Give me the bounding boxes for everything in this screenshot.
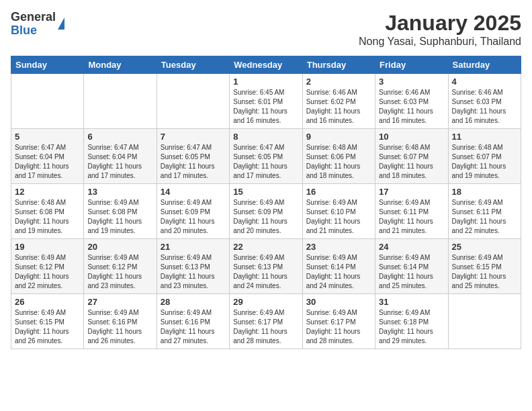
day-number: 27 — [87, 297, 152, 307]
day-info: Sunrise: 6:46 AMSunset: 6:03 PMDaylight:… — [452, 88, 517, 126]
day-number: 25 — [452, 242, 517, 252]
day-info: Sunrise: 6:49 AMSunset: 6:13 PMDaylight:… — [233, 253, 298, 291]
calendar-week-5: 26Sunrise: 6:49 AMSunset: 6:15 PMDayligh… — [11, 294, 521, 349]
day-info: Sunrise: 6:49 AMSunset: 6:11 PMDaylight:… — [452, 198, 517, 236]
page-header: General Blue January 2025 Nong Yasai, Su… — [11, 11, 521, 48]
weekday-header-monday: Monday — [84, 56, 157, 74]
day-number: 7 — [161, 132, 226, 142]
calendar-cell: 29Sunrise: 6:49 AMSunset: 6:17 PMDayligh… — [230, 294, 302, 349]
day-info: Sunrise: 6:48 AMSunset: 6:07 PMDaylight:… — [452, 143, 517, 181]
calendar-cell: 31Sunrise: 6:49 AMSunset: 6:18 PMDayligh… — [375, 294, 448, 349]
calendar-week-1: 1Sunrise: 6:45 AMSunset: 6:01 PMDaylight… — [11, 74, 521, 129]
calendar-cell: 3Sunrise: 6:46 AMSunset: 6:03 PMDaylight… — [375, 74, 448, 129]
day-info: Sunrise: 6:49 AMSunset: 6:17 PMDaylight:… — [306, 308, 371, 346]
weekday-header-wednesday: Wednesday — [230, 56, 302, 74]
day-info: Sunrise: 6:49 AMSunset: 6:14 PMDaylight:… — [379, 253, 444, 291]
day-number: 18 — [452, 187, 517, 197]
calendar-cell — [11, 74, 84, 129]
day-number: 1 — [233, 77, 298, 87]
day-info: Sunrise: 6:49 AMSunset: 6:12 PMDaylight:… — [15, 253, 80, 291]
calendar-cell — [157, 74, 229, 129]
day-info: Sunrise: 6:49 AMSunset: 6:17 PMDaylight:… — [233, 308, 298, 346]
day-number: 13 — [87, 187, 152, 197]
calendar-cell: 26Sunrise: 6:49 AMSunset: 6:15 PMDayligh… — [11, 294, 84, 349]
calendar-week-2: 5Sunrise: 6:47 AMSunset: 6:04 PMDaylight… — [11, 129, 521, 184]
day-info: Sunrise: 6:46 AMSunset: 6:02 PMDaylight:… — [306, 88, 371, 126]
calendar-cell: 2Sunrise: 6:46 AMSunset: 6:02 PMDaylight… — [302, 74, 375, 129]
calendar-cell: 16Sunrise: 6:49 AMSunset: 6:10 PMDayligh… — [302, 184, 375, 239]
day-number: 12 — [15, 187, 80, 197]
calendar-cell: 24Sunrise: 6:49 AMSunset: 6:14 PMDayligh… — [375, 239, 448, 294]
calendar-cell: 11Sunrise: 6:48 AMSunset: 6:07 PMDayligh… — [448, 129, 521, 184]
calendar-cell: 17Sunrise: 6:49 AMSunset: 6:11 PMDayligh… — [375, 184, 448, 239]
calendar-header-row: SundayMondayTuesdayWednesdayThursdayFrid… — [11, 56, 521, 74]
calendar-cell: 19Sunrise: 6:49 AMSunset: 6:12 PMDayligh… — [11, 239, 84, 294]
day-number: 28 — [161, 297, 226, 307]
day-number: 30 — [306, 297, 371, 307]
day-number: 19 — [15, 242, 80, 252]
calendar-cell: 9Sunrise: 6:48 AMSunset: 6:06 PMDaylight… — [302, 129, 375, 184]
day-number: 11 — [452, 132, 517, 142]
calendar-cell: 1Sunrise: 6:45 AMSunset: 6:01 PMDaylight… — [230, 74, 302, 129]
calendar-cell: 14Sunrise: 6:49 AMSunset: 6:09 PMDayligh… — [157, 184, 229, 239]
day-info: Sunrise: 6:49 AMSunset: 6:18 PMDaylight:… — [379, 308, 444, 346]
day-number: 31 — [379, 297, 444, 307]
day-info: Sunrise: 6:49 AMSunset: 6:13 PMDaylight:… — [161, 253, 226, 291]
day-number: 14 — [161, 187, 226, 197]
day-info: Sunrise: 6:49 AMSunset: 6:12 PMDaylight:… — [87, 253, 152, 291]
day-info: Sunrise: 6:49 AMSunset: 6:09 PMDaylight:… — [233, 198, 298, 236]
day-info: Sunrise: 6:45 AMSunset: 6:01 PMDaylight:… — [233, 88, 298, 126]
location: Nong Yasai, Suphanburi, Thailand — [359, 36, 521, 48]
calendar-cell: 22Sunrise: 6:49 AMSunset: 6:13 PMDayligh… — [230, 239, 302, 294]
logo: General Blue — [11, 11, 64, 38]
calendar-cell — [448, 294, 521, 349]
title-block: January 2025 Nong Yasai, Suphanburi, Tha… — [359, 11, 521, 48]
day-info: Sunrise: 6:49 AMSunset: 6:16 PMDaylight:… — [87, 308, 152, 346]
day-info: Sunrise: 6:49 AMSunset: 6:10 PMDaylight:… — [306, 198, 371, 236]
day-number: 22 — [233, 242, 298, 252]
day-info: Sunrise: 6:46 AMSunset: 6:03 PMDaylight:… — [379, 88, 444, 126]
day-info: Sunrise: 6:49 AMSunset: 6:15 PMDaylight:… — [452, 253, 517, 291]
day-info: Sunrise: 6:49 AMSunset: 6:11 PMDaylight:… — [379, 198, 444, 236]
calendar-cell: 27Sunrise: 6:49 AMSunset: 6:16 PMDayligh… — [84, 294, 157, 349]
logo-blue: Blue — [11, 24, 56, 38]
day-number: 9 — [306, 132, 371, 142]
day-number: 26 — [15, 297, 80, 307]
day-number: 16 — [306, 187, 371, 197]
month-title: January 2025 — [359, 11, 521, 36]
calendar-cell: 20Sunrise: 6:49 AMSunset: 6:12 PMDayligh… — [84, 239, 157, 294]
logo-text: General Blue — [11, 11, 56, 38]
day-number: 3 — [379, 77, 444, 87]
day-info: Sunrise: 6:48 AMSunset: 6:07 PMDaylight:… — [379, 143, 444, 181]
calendar-cell — [84, 74, 157, 129]
day-number: 24 — [379, 242, 444, 252]
day-info: Sunrise: 6:49 AMSunset: 6:09 PMDaylight:… — [161, 198, 226, 236]
calendar-cell: 21Sunrise: 6:49 AMSunset: 6:13 PMDayligh… — [157, 239, 229, 294]
day-number: 15 — [233, 187, 298, 197]
calendar-cell: 7Sunrise: 6:47 AMSunset: 6:05 PMDaylight… — [157, 129, 229, 184]
day-info: Sunrise: 6:47 AMSunset: 6:05 PMDaylight:… — [233, 143, 298, 181]
day-number: 17 — [379, 187, 444, 197]
day-number: 4 — [452, 77, 517, 87]
weekday-header-tuesday: Tuesday — [157, 56, 229, 74]
weekday-header-sunday: Sunday — [11, 56, 84, 74]
calendar-cell: 30Sunrise: 6:49 AMSunset: 6:17 PMDayligh… — [302, 294, 375, 349]
weekday-header-friday: Friday — [375, 56, 448, 74]
calendar-cell: 23Sunrise: 6:49 AMSunset: 6:14 PMDayligh… — [302, 239, 375, 294]
day-number: 21 — [161, 242, 226, 252]
day-info: Sunrise: 6:47 AMSunset: 6:05 PMDaylight:… — [161, 143, 226, 181]
calendar-cell: 18Sunrise: 6:49 AMSunset: 6:11 PMDayligh… — [448, 184, 521, 239]
day-info: Sunrise: 6:47 AMSunset: 6:04 PMDaylight:… — [15, 143, 80, 181]
calendar-cell: 4Sunrise: 6:46 AMSunset: 6:03 PMDaylight… — [448, 74, 521, 129]
day-number: 29 — [233, 297, 298, 307]
day-info: Sunrise: 6:49 AMSunset: 6:08 PMDaylight:… — [87, 198, 152, 236]
calendar-table: SundayMondayTuesdayWednesdayThursdayFrid… — [11, 56, 521, 349]
weekday-header-saturday: Saturday — [448, 56, 521, 74]
day-number: 10 — [379, 132, 444, 142]
calendar-week-4: 19Sunrise: 6:49 AMSunset: 6:12 PMDayligh… — [11, 239, 521, 294]
logo-triangle-icon — [58, 17, 64, 30]
calendar-cell: 15Sunrise: 6:49 AMSunset: 6:09 PMDayligh… — [230, 184, 302, 239]
day-info: Sunrise: 6:48 AMSunset: 6:08 PMDaylight:… — [15, 198, 80, 236]
calendar-cell: 8Sunrise: 6:47 AMSunset: 6:05 PMDaylight… — [230, 129, 302, 184]
calendar-cell: 6Sunrise: 6:47 AMSunset: 6:04 PMDaylight… — [84, 129, 157, 184]
